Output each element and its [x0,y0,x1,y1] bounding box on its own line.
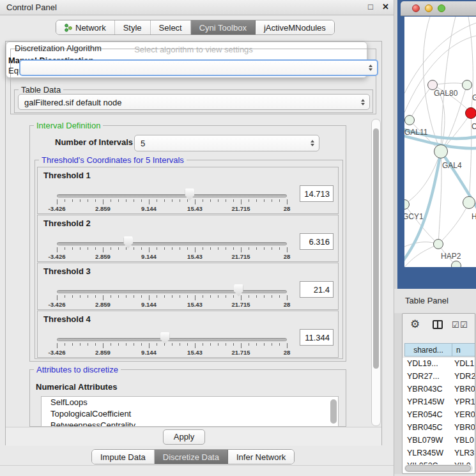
threshold-value-field[interactable] [300,329,334,346]
threshold-slider[interactable]: -3.4262.8599.14415.4321.71528 [38,167,338,213]
network-node[interactable] [451,261,461,267]
apply-button[interactable]: Apply [163,429,205,445]
tab-network[interactable]: Network [56,20,115,35]
stepper-icon [361,99,365,105]
node-label: GAL80 [434,89,457,98]
table-row[interactable]: YDL19...YDL1 [403,358,475,371]
tab-select[interactable]: Select [151,20,191,35]
attribute-item[interactable]: BetweennessCentrality [42,420,338,427]
slider-tick-labels: -3.4262.8599.14415.4321.71528 [57,253,287,261]
algorithm-combobox[interactable] [19,59,378,76]
node-label: GA [472,93,476,102]
cell-shared-name: YDR27... [407,372,440,381]
column-header-shared[interactable]: shared... [404,343,452,357]
tab-jactivemnodules[interactable]: jActiveMNodules [256,20,334,35]
network-canvas[interactable]: GAL80GACGAL11GAL4GCY1HHAP2 [404,17,476,267]
slider-track[interactable] [57,194,287,197]
attribute-item[interactable]: TopologicalCoefficient [42,408,338,420]
numerical-attributes-list[interactable]: SelfLoopsTopologicalCoefficientBetweenne… [41,396,339,427]
table-row[interactable]: YBR045CYBR0 [403,422,475,434]
table-data-combobox[interactable]: galFiltered.sif default node [18,94,370,110]
threshold-value-field[interactable] [300,185,334,202]
table-panel-titlebar: Table Panel [394,289,476,313]
table-row[interactable]: YER054CYER0 [403,409,475,422]
tab-impute-data[interactable]: Impute Data [92,450,155,464]
table-row[interactable]: YLR345WYLR3 [403,447,475,460]
split-columns-icon[interactable] [433,320,443,329]
checkbox-checked-icon[interactable]: ☑ [460,320,468,330]
cell-shared-name: YDL19... [407,359,438,368]
network-node-ga[interactable] [462,80,472,90]
node-label: GAL4 [442,161,462,170]
stepper-icon [311,140,314,146]
table-data-title: Table Data [19,85,63,95]
table-data-value: galFiltered.sif default node [24,97,121,107]
tab-label: Select [159,23,182,33]
column-header-name[interactable]: n [452,343,475,357]
tab-label: Discretize Data [163,452,219,462]
cyni-toolbox-content: Discretization Algorithm Select algorith… [5,41,382,445]
checkbox-checked-icon[interactable]: ☑ [452,320,459,330]
node-label: H [472,212,476,221]
threshold-slider[interactable]: -3.4262.8599.14415.4321.71528 [38,311,338,357]
tab-label: Cyni Toolbox [199,23,247,33]
cell-name: YPR1 [454,397,475,406]
number-of-intervals-label: Number of Intervals [55,137,133,147]
slider-tick-labels: -3.4262.8599.14415.4321.71528 [57,349,287,357]
node-label: GCY1 [404,212,424,221]
network-node-hap2[interactable] [433,239,443,249]
network-node-h[interactable] [463,196,475,209]
discretization-algorithm-title: Discretization Algorithm [15,43,102,53]
table-row[interactable]: YPR145WYPR1 [403,396,475,409]
slider-track[interactable] [57,338,287,341]
slider-tick-labels: -3.4262.8599.14415.4321.71528 [57,205,287,213]
content-scrollbar[interactable] [371,119,381,426]
cell-shared-name: YBL079W [407,436,443,445]
apply-strip: Apply [6,427,381,446]
table-row[interactable]: YBL079WYBL0 [403,434,475,447]
network-node-c[interactable] [465,107,476,119]
table-hscrollbar[interactable] [404,464,473,472]
node-label: GAL11 [404,128,427,137]
top-tab-bar: NetworkStyleSelectCyni ToolboxjActiveMNo… [56,20,335,35]
number-of-intervals-value: 5 [141,139,145,148]
table-toolbar: ⚙ ☑ ☑ [403,316,475,335]
slider-track[interactable] [57,290,287,293]
list-scrollbar[interactable] [330,399,337,424]
slider-track[interactable] [57,242,287,245]
number-of-intervals-combobox[interactable]: 5 [134,135,319,151]
threshold-slider[interactable]: -3.4262.8599.14415.4321.71528 [38,263,338,309]
table-rows: YDL19...YDL1YDR27...YDR2YBR043CYBR0YPR14… [403,358,475,473]
gear-icon[interactable]: ⚙ [410,318,420,331]
bottom-tab-bar: Impute DataDiscretize DataInfer Network [91,449,295,464]
threshold-box: Threshold 1 -3.4262.8599.14415.4321.7152… [37,167,339,214]
threshold-slider[interactable]: -3.4262.8599.14415.4321.71528 [38,215,338,261]
tab-label: Infer Network [236,452,286,462]
zoom-traffic-light-icon[interactable] [438,4,445,12]
panel-title: Control Panel [6,3,57,12]
close-traffic-light-icon[interactable] [412,4,420,12]
minimize-traffic-light-icon[interactable] [425,4,433,12]
threshold-value-field[interactable] [300,233,334,250]
network-window-titlebar[interactable] [401,1,476,16]
network-node-gal11[interactable] [404,115,415,125]
content-scrollbar-thumb[interactable] [373,128,379,369]
network-node-gal4[interactable] [434,144,448,158]
threshold-box: Threshold 2 -3.4262.8599.14415.4321.7152… [37,215,339,262]
slider-ticks [57,247,287,253]
tab-cyni-toolbox[interactable]: Cyni Toolbox [191,20,256,35]
cell-name: YER0 [454,410,475,419]
threshold-value-field[interactable] [300,281,334,298]
control-panel-titlebar: Control Panel □ ✕ [0,0,394,15]
tab-discretize-data[interactable]: Discretize Data [155,450,228,464]
table-row[interactable]: YDR27...YDR2 [403,371,475,383]
float-icon[interactable]: □ [368,2,373,12]
interval-definition-title: Interval Definition [34,121,103,130]
table-row[interactable]: YBR043CYBR0 [403,383,475,396]
tab-style[interactable]: Style [115,20,151,35]
attribute-item[interactable]: SelfLoops [42,397,338,408]
table-hscrollbar-thumb[interactable] [405,465,471,472]
tab-infer-network[interactable]: Infer Network [228,450,294,464]
tab-label: Impute Data [100,452,146,462]
close-icon[interactable]: ✕ [382,2,389,12]
